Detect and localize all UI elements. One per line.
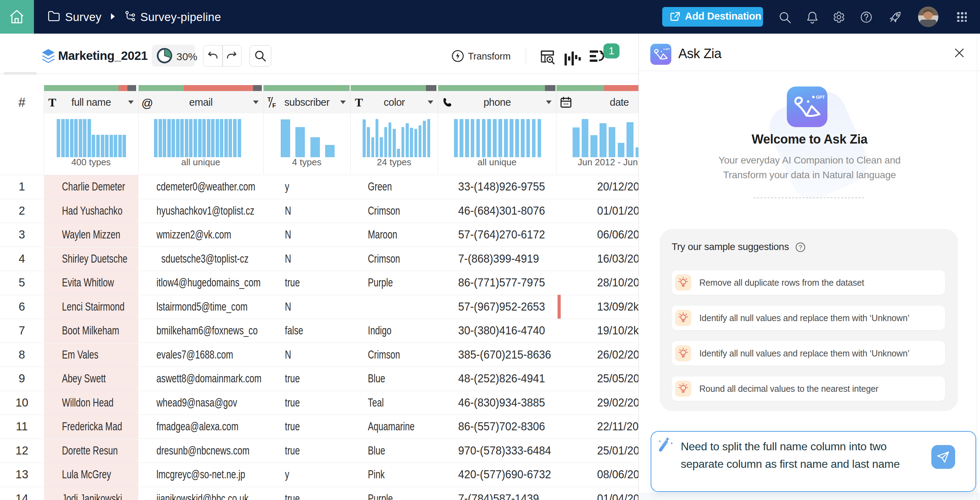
svg-text:GPT: GPT xyxy=(816,95,825,100)
svg-text:F: F xyxy=(272,102,276,108)
svg-text:GPT: GPT xyxy=(665,48,670,51)
svg-text:?: ? xyxy=(799,244,802,251)
